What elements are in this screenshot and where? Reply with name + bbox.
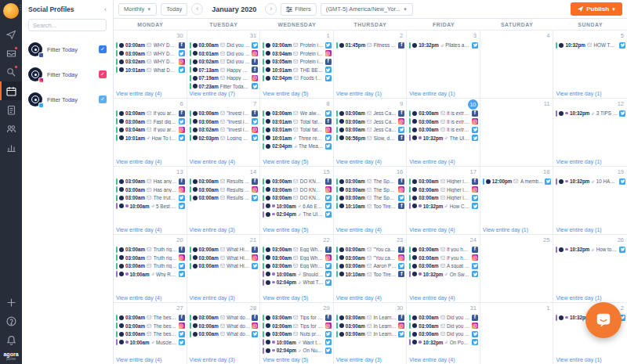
collapse-panel-icon[interactable]: ‹ — [104, 5, 107, 13]
calendar-event[interactable]: 02:04pm∞What To Do ... — [262, 279, 332, 286]
day-cell-7[interactable]: 703:00am"Invest in your...f03:00am"Inves… — [187, 99, 261, 166]
calendar-event[interactable]: 03:00amWHY DO WE W... — [115, 50, 185, 57]
day-cell-23[interactable]: 2303:00am"You cannot w...f03:00am"You ca… — [334, 235, 408, 302]
sidebar-help-icon[interactable] — [0, 312, 22, 330]
filters-button[interactable]: Filters — [281, 3, 316, 16]
calendar-event[interactable]: 03:00amNuts provide k... — [262, 330, 332, 337]
view-entire-day-link[interactable]: View entire day (1) — [556, 159, 601, 164]
calendar-event[interactable]: 03:00amDid you know ...f — [408, 314, 478, 321]
day-cell-1[interactable]: 103:00amProtein is an e...03:04amProtein… — [260, 31, 334, 98]
calendar-event[interactable]: 03:00amTruth right the... — [115, 262, 185, 269]
sidebar-publishing-icon[interactable] — [0, 25, 22, 44]
chat-widget-button[interactable] — [585, 302, 622, 338]
day-cell-27[interactable]: 2703:00amThe best way t...f03:00amThe be… — [114, 303, 187, 364]
profile-checkbox[interactable]: ✓ — [99, 96, 107, 103]
calendar-event[interactable]: 10:32pm∞How Can I B... — [408, 203, 478, 210]
view-entire-day-link[interactable]: View entire day (4) — [409, 159, 455, 164]
calendar-event[interactable]: 10:00am∞Why Rest is ... — [115, 271, 185, 278]
publish-button[interactable]: Publish▼ — [571, 2, 622, 16]
day-cell-15[interactable]: 1503:00amDO KNOW YOU...f03:00amDO KNOW Y… — [260, 167, 334, 234]
calendar-event[interactable]: 03:00amResults Happe...f — [189, 178, 259, 185]
view-entire-day-link[interactable]: View entire day (4) — [336, 227, 382, 232]
calendar-event[interactable]: 03:00amHas anyone ev...f — [115, 178, 185, 185]
calendar-event[interactable]: 12:00pmA member's s... — [482, 178, 552, 185]
calendar-event[interactable]: 03:00amThe best way t...f — [115, 314, 185, 321]
profile-row[interactable]: Fitter Today✓ — [22, 37, 113, 62]
calendar-event[interactable]: 03:00amDO KNOW YOU... — [262, 186, 332, 193]
calendar-event[interactable]: 03:00amFast digesting ... — [115, 118, 185, 125]
day-cell-30[interactable]: 3003:00amWHY DO WE W...f03:00amWHY DO WE… — [114, 31, 187, 98]
day-cell-26[interactable]: 2610:32pm∞How to Perf...View entire day … — [553, 235, 627, 302]
day-cell-14[interactable]: 1403:00amResults Happe...f03:00amResults… — [187, 167, 261, 234]
calendar-event[interactable]: 03:00amThe Spartacus ... — [335, 186, 405, 193]
calendar-event[interactable]: 03:00am"You cannot w...f — [335, 246, 405, 253]
calendar-event[interactable]: 02:03pmLosing Weight ... — [189, 135, 259, 142]
calendar-event[interactable]: 02:04pmFoods that Bo... — [262, 74, 332, 81]
view-entire-day-link[interactable]: View entire day (3) — [190, 227, 235, 232]
calendar-event[interactable]: 03:00amIf you are tryin...f — [115, 110, 185, 117]
calendar-event[interactable]: 03:01amTotal fat and s...f — [262, 118, 332, 125]
view-entire-day-link[interactable]: View entire day (5) — [263, 295, 308, 301]
calendar-event[interactable]: 03:00amWHY DO WE W...f — [115, 41, 185, 49]
calendar-event[interactable]: 03:00amResults Happe... — [189, 186, 259, 193]
view-entire-day-link[interactable]: View entire day (1) — [483, 227, 528, 232]
calendar-event[interactable]: 03:02am"Invest in your... — [189, 126, 259, 133]
view-entire-day-link[interactable]: View entire day (4) — [409, 295, 455, 301]
view-entire-day-link[interactable]: View entire day (1) — [556, 295, 601, 301]
calendar-event[interactable]: 03:01amDid you know?... — [189, 50, 259, 57]
view-entire-day-link[interactable]: View entire day (4) — [409, 357, 455, 362]
sidebar-bell-icon[interactable] — [0, 330, 22, 349]
view-entire-day-link[interactable]: View entire day (5) — [263, 357, 308, 362]
calendar-event[interactable]: 03:00amEgg White vs ...f — [262, 246, 332, 253]
view-entire-day-link[interactable]: View entire day (4) — [116, 227, 161, 232]
day-cell-20[interactable]: 2003:00amTruth right the...f03:00amTruth… — [114, 235, 187, 302]
calendar-event[interactable]: 03:00amDO KNOW YOU...f — [262, 178, 332, 185]
calendar-event[interactable]: 10:00am∞Muscle Gain... — [115, 339, 185, 346]
day-cell-29[interactable]: 2903:00amTips for the be...f03:00amTips … — [260, 303, 334, 364]
day-cell-22[interactable]: 2203:00amEgg White vs ...f03:00amEgg Whi… — [260, 235, 334, 302]
day-cell-5[interactable]: 510:32pmHOW TO BE M...View entire day (1… — [553, 31, 627, 98]
next-month-button[interactable]: › — [265, 3, 277, 15]
calendar-event[interactable]: 03:00amA squat is a ve... — [408, 262, 478, 269]
calendar-event[interactable]: 10:32pm∞On Sweatin... — [408, 271, 478, 278]
view-entire-day-link[interactable]: View entire day (1) — [556, 227, 601, 232]
calendar-event[interactable]: 07:13amHappy New Ye...f — [189, 67, 259, 74]
calendar-event[interactable]: 03:04amProtein is an e... — [262, 50, 332, 57]
prev-month-button[interactable]: ‹ — [191, 3, 203, 15]
timezone-dropdown[interactable]: (GMT-5) America/New_Yor...▼ — [321, 3, 413, 16]
view-entire-day-link[interactable]: View entire day (5) — [263, 91, 308, 96]
sidebar-team-icon[interactable] — [0, 119, 22, 138]
calendar-event[interactable]: 03:00amResults Happe... — [189, 194, 259, 201]
profile-row[interactable]: Fitter Today✓ — [22, 62, 113, 87]
day-cell-9[interactable]: 903:00amJess Cartner-M...f03:00amJess Ca… — [334, 99, 408, 166]
calendar-event[interactable]: 03:00amWhat do you t...f — [189, 314, 259, 321]
profile-checkbox[interactable]: ✓ — [99, 45, 107, 53]
sidebar-content-icon[interactable] — [0, 100, 22, 119]
kebab-menu-icon[interactable]: ⋮ — [17, 6, 24, 9]
view-entire-day-link[interactable]: View entire day (7) — [190, 91, 235, 96]
calendar-event[interactable]: 10:32pm∞Pilates and Sc... — [408, 41, 478, 49]
day-cell-6[interactable]: 603:00amIf you are tryin...f03:00amFast … — [114, 99, 187, 166]
day-cell-18[interactable]: 1812:00pmA member's s...View entire day … — [480, 167, 554, 234]
day-cell-28[interactable]: 2803:00amWhat do you t...f03:00amWhat do… — [187, 303, 261, 364]
sidebar-listening-icon[interactable] — [0, 63, 22, 81]
profile-checkbox[interactable]: ✓ — [99, 70, 107, 78]
calendar-event[interactable]: 10:10amToo Tired To W...f — [335, 203, 405, 210]
calendar-event[interactable]: 03:00am"Invest in your... — [189, 118, 259, 125]
calendar-event[interactable]: 03:00amIt is extremely ... — [408, 126, 478, 133]
calendar-event[interactable]: 02:04pm∞On Nutritio... — [262, 347, 332, 354]
day-cell-17[interactable]: 1703:00amHigher intensit...f03:00amHighe… — [407, 167, 480, 234]
calendar-event[interactable]: 03:02amDid you know?...f — [189, 58, 259, 65]
calendar-event[interactable]: 10:00am∞Should You ... — [262, 271, 332, 278]
view-entire-day-link[interactable]: View entire day (4) — [116, 357, 161, 362]
view-entire-day-link[interactable]: View entire day (4) — [409, 227, 455, 232]
calendar-event[interactable]: 03:00amEgg White vs ... — [262, 254, 332, 261]
calendar-event[interactable]: 03:00amThe Spartacus ...f — [335, 178, 405, 185]
view-entire-day-link[interactable]: View entire day (1) — [336, 91, 382, 96]
calendar-event[interactable]: 02:04pm∞The Meal Prep ... — [262, 142, 332, 150]
day-cell-19[interactable]: 1910:32pm∞10 HACKS T...View entire day (… — [553, 167, 627, 234]
day-cell-21[interactable]: 2103:00amWhat Hippocra...f03:00amWhat Hi… — [187, 235, 261, 302]
calendar-event[interactable]: 10:32pm∞The Ultimat... — [408, 135, 478, 142]
day-cell-3[interactable]: 310:32pm∞Pilates and Sc...View entire da… — [407, 31, 480, 98]
calendar-event[interactable]: 03:00amProtein is an e... — [262, 41, 332, 49]
